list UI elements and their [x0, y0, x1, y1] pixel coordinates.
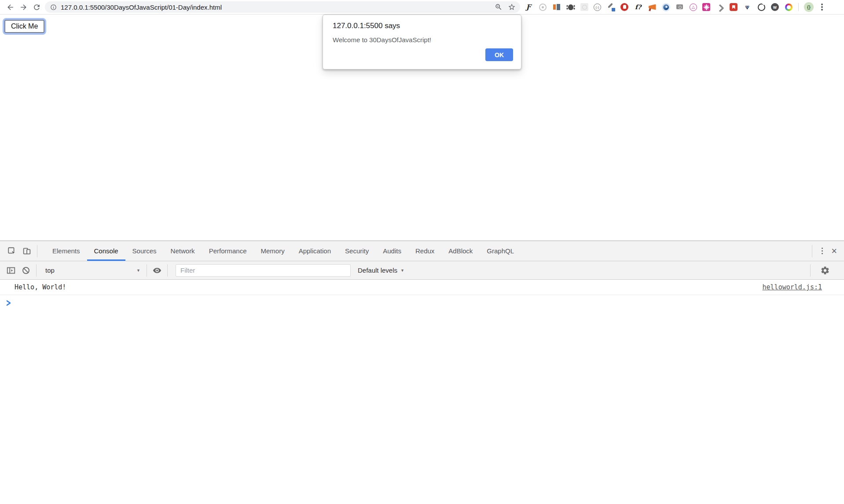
- tab-security[interactable]: Security: [338, 241, 376, 261]
- console-message-row: Hello, World! helloworld.js:1: [0, 280, 844, 295]
- back-button[interactable]: [4, 1, 17, 13]
- click-me-button[interactable]: Click Me: [4, 20, 44, 33]
- gyro-extension-icon[interactable]: [757, 3, 766, 11]
- wave-extension-icon[interactable]: w: [771, 3, 779, 11]
- console-toolbar-separator: [810, 264, 811, 277]
- gear-icon: [820, 266, 830, 275]
- atom-extension-icon[interactable]: [580, 3, 588, 11]
- devtools-controls: ×: [809, 245, 844, 257]
- tab-application[interactable]: Application: [292, 241, 338, 261]
- tab-console[interactable]: Console: [87, 241, 125, 261]
- tab-graphql[interactable]: GraphQL: [480, 241, 521, 261]
- tab-redux[interactable]: Redux: [408, 241, 441, 261]
- bookmark-extension-icon[interactable]: [730, 3, 738, 11]
- toolbar-separator: [798, 3, 799, 11]
- browser-menu-button[interactable]: [819, 4, 825, 11]
- devtools-tabbar: Elements Console Sources Network Perform…: [0, 241, 844, 261]
- heart-search-extension-icon[interactable]: ♥: [743, 3, 752, 11]
- context-label: top: [45, 267, 55, 274]
- wave-glyph: w: [773, 5, 777, 10]
- extensions-strip: Ƒ (-) f? △ ♥ w {}: [524, 2, 825, 12]
- fontface-glyph: f?: [635, 4, 641, 11]
- chevron-down-icon: ▼: [400, 268, 404, 273]
- chevron-down-icon: ▼: [136, 268, 140, 273]
- console-toolbar-separator: [36, 264, 37, 277]
- tabbar-separator: [37, 245, 37, 257]
- bookmark-star-icon[interactable]: [508, 3, 516, 11]
- device-toolbar-icon: [22, 246, 32, 256]
- console-toolbar-right: [807, 263, 838, 278]
- alert-message: Welcome to 30DaysOfJavaScript!: [333, 36, 511, 44]
- avatar-glyph: {}: [807, 5, 811, 10]
- tab-performance[interactable]: Performance: [202, 241, 254, 261]
- console-sidebar-toggle[interactable]: [4, 263, 18, 278]
- tab-network[interactable]: Network: [164, 241, 202, 261]
- gear-square-extension-icon[interactable]: [702, 3, 710, 11]
- devtools-panel: Elements Console Sources Network Perform…: [0, 241, 844, 504]
- forward-button[interactable]: [17, 1, 30, 13]
- fontface-extension-icon[interactable]: f?: [634, 3, 642, 11]
- controls-separator: [812, 245, 812, 257]
- browser-toolbar: 127.0.0.1:5500/30DaysOfJavaScript/01-Day…: [0, 0, 844, 15]
- reload-icon: [33, 3, 41, 11]
- console-prompt[interactable]: [0, 295, 844, 308]
- ok-button[interactable]: OK: [485, 48, 513, 61]
- camera-extension-icon[interactable]: [675, 3, 684, 11]
- graphql-glyph: △: [692, 5, 695, 9]
- eyedropper-extension-icon[interactable]: [606, 3, 615, 11]
- devtools-close-button[interactable]: ×: [829, 246, 839, 256]
- filter-input[interactable]: [176, 264, 351, 277]
- device-toolbar-button[interactable]: [19, 244, 34, 258]
- console-message-text: Hello, World!: [15, 283, 763, 291]
- alert-dialog: 127.0.0.1:5500 says Welcome to 30DaysOfJ…: [323, 15, 521, 69]
- fonts-extension-icon[interactable]: Ƒ: [524, 3, 533, 11]
- bug-extension-icon[interactable]: [566, 3, 575, 11]
- live-expression-button[interactable]: [150, 263, 165, 278]
- back-icon: [6, 3, 15, 11]
- graphql-extension-icon[interactable]: △: [690, 4, 697, 11]
- fonts-glyph: Ƒ: [526, 3, 531, 11]
- url-text: 127.0.0.1:5500/30DaysOfJavaScript/01-Day…: [61, 4, 495, 11]
- inspect-element-button[interactable]: [4, 244, 19, 258]
- color-wheel-extension-icon[interactable]: [784, 3, 793, 11]
- parens-glyph: (-): [596, 5, 599, 9]
- context-selector[interactable]: top ▼: [39, 267, 144, 274]
- forward-icon: [19, 3, 28, 11]
- megaphone-extension-icon[interactable]: [648, 3, 657, 11]
- console-toolbar-separator: [147, 264, 147, 277]
- devtools-menu-button[interactable]: [819, 248, 826, 255]
- tab-elements[interactable]: Elements: [45, 241, 87, 261]
- reload-button[interactable]: [30, 1, 43, 13]
- bars-extension-icon[interactable]: [552, 3, 561, 11]
- heart-glyph: ♥: [745, 4, 749, 11]
- pipes-extension-icon[interactable]: [716, 3, 724, 11]
- tab-sources[interactable]: Sources: [125, 241, 164, 261]
- inspect-icon: [7, 246, 17, 256]
- info-icon: [50, 4, 57, 11]
- button-focus-ring: Click Me: [3, 18, 46, 35]
- log-level-selector[interactable]: Default levels ▼: [358, 267, 404, 274]
- clear-console-icon: [22, 267, 29, 274]
- omnibox-actions: [495, 3, 516, 11]
- devtools-settings-button[interactable]: [818, 263, 833, 278]
- console-toolbar-separator: [167, 264, 168, 277]
- sidebar-toggle-icon: [6, 266, 16, 275]
- tab-adblock[interactable]: AdBlock: [441, 241, 480, 261]
- parens-extension-icon[interactable]: (-): [594, 4, 601, 11]
- tab-audits[interactable]: Audits: [376, 241, 408, 261]
- tab-memory[interactable]: Memory: [254, 241, 292, 261]
- profile-avatar[interactable]: {}: [804, 2, 814, 12]
- url-bar[interactable]: 127.0.0.1:5500/30DaysOfJavaScript/01-Day…: [45, 1, 520, 13]
- target-extension-icon[interactable]: [538, 3, 547, 11]
- clear-console-button[interactable]: [18, 263, 33, 278]
- eye-icon: [152, 266, 162, 275]
- devtools-tabs: Elements Console Sources Network Perform…: [45, 241, 521, 261]
- zoom-icon[interactable]: [495, 3, 503, 11]
- log-level-label: Default levels: [358, 267, 397, 274]
- alert-title: 127.0.0.1:5500 says: [333, 22, 511, 30]
- console-source-link[interactable]: helloworld.js:1: [763, 283, 822, 291]
- console-toolbar: top ▼ Default levels ▼: [0, 261, 844, 280]
- stop-hand-extension-icon[interactable]: [620, 3, 628, 11]
- swirl-extension-icon[interactable]: [662, 3, 670, 11]
- prompt-chevron-icon: [6, 300, 11, 306]
